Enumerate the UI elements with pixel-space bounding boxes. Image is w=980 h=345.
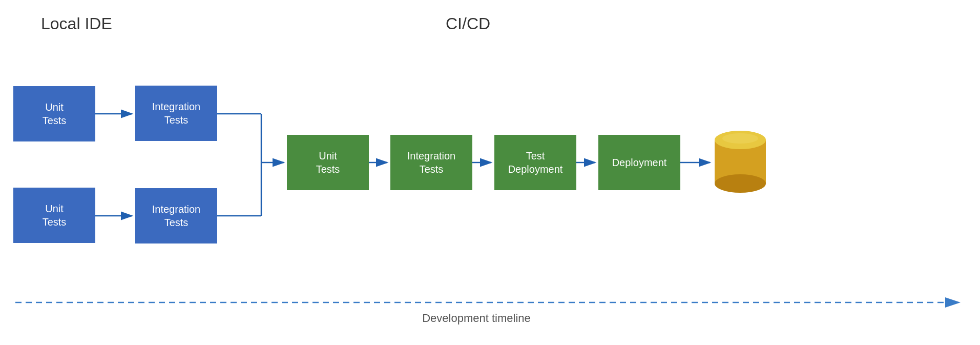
database-icon: [712, 127, 768, 194]
svg-point-3: [722, 133, 758, 144]
unit-tests-bottom: UnitTests: [13, 188, 95, 243]
timeline-label: Development timeline: [400, 312, 553, 325]
diagram-container: Local IDE CI/CD UnitTests IntegrationTes…: [0, 0, 980, 345]
integration-tests-top: IntegrationTests: [135, 86, 217, 141]
deployment-ci: Deployment: [598, 135, 680, 190]
unit-tests-ci: UnitTests: [287, 135, 369, 190]
test-deployment-ci: TestDeployment: [494, 135, 576, 190]
integration-tests-bottom: IntegrationTests: [135, 188, 217, 243]
integration-tests-ci: IntegrationTests: [390, 135, 472, 190]
unit-tests-top: UnitTests: [13, 86, 95, 141]
arrows-overlay: [0, 0, 980, 345]
local-ide-label: Local IDE: [41, 14, 112, 33]
cicd-label: CI/CD: [446, 14, 490, 33]
svg-point-1: [715, 174, 766, 193]
